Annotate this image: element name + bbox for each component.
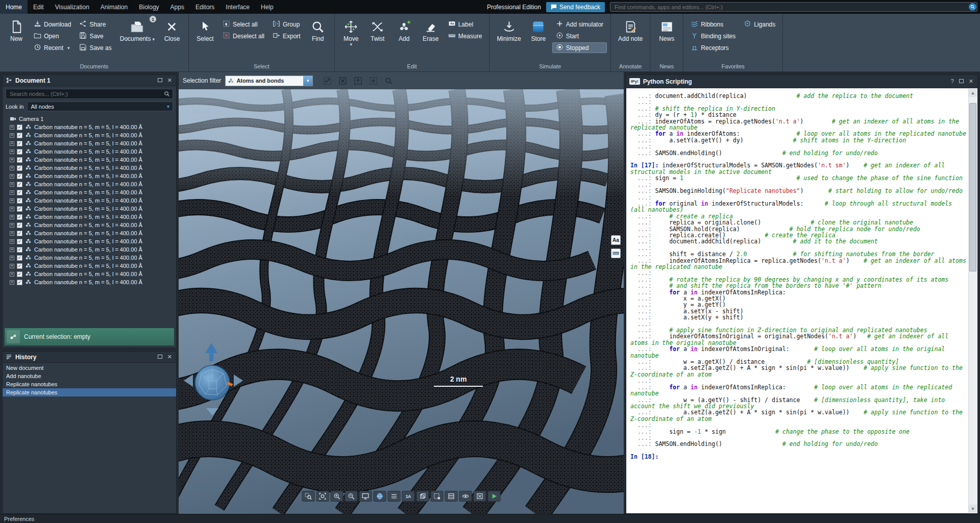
add-simulator-button[interactable]: Add simulator xyxy=(552,19,607,30)
scrollbar-thumb[interactable] xyxy=(969,103,976,271)
undock-icon[interactable] xyxy=(958,79,965,84)
twist-button[interactable]: Twist xyxy=(365,15,390,63)
start-button[interactable]: Start xyxy=(552,31,607,41)
expand-icon[interactable]: + xyxy=(10,272,14,277)
menu-item-apps[interactable]: Apps xyxy=(165,0,190,14)
expand-icon[interactable]: + xyxy=(10,231,14,236)
play-animation-button[interactable] xyxy=(488,491,501,502)
menu-item-animation[interactable]: Animation xyxy=(95,0,133,14)
ribbons-button[interactable]: Ribbons xyxy=(687,19,739,30)
ligands-button[interactable]: Ligands xyxy=(740,19,779,30)
tree-item[interactable]: +✓Carbon nanotube n = 5, m = 5, l = 400.… xyxy=(3,156,176,164)
expand-icon[interactable]: + xyxy=(10,133,14,138)
close-icon[interactable]: ✕ xyxy=(166,354,173,360)
help-icon[interactable]: ? xyxy=(950,79,955,84)
visibility-checkbox[interactable]: ✓ xyxy=(17,255,22,261)
label-quick-button[interactable]: Aa xyxy=(611,235,621,245)
visibility-checkbox[interactable]: ✓ xyxy=(17,263,22,269)
select-all-button[interactable]: Select all xyxy=(219,19,268,30)
tree-item[interactable]: +✓Carbon nanotube n = 5, m = 5, l = 400.… xyxy=(3,123,176,131)
command-search-input[interactable] xyxy=(610,2,977,12)
look-in-dropdown[interactable]: All nodes ▾ xyxy=(27,102,173,111)
zoom-fit-button[interactable] xyxy=(316,491,329,502)
menu-item-home[interactable]: Home xyxy=(0,0,28,14)
deselect-all-button[interactable]: Deselect all xyxy=(219,31,268,41)
selection-filter-dropdown[interactable]: Atoms and bonds ▾ xyxy=(225,76,313,86)
zoom-region-button[interactable] xyxy=(302,491,315,502)
visibility-checkbox[interactable]: ✓ xyxy=(17,206,22,212)
expand-icon[interactable]: + xyxy=(10,125,14,130)
scroll-up-icon[interactable]: ▲ xyxy=(969,89,977,97)
visibility-checkbox[interactable]: ✓ xyxy=(17,222,22,228)
menu-item-editors[interactable]: Editors xyxy=(190,0,220,14)
one-angstrom-button[interactable]: 1A xyxy=(402,491,415,502)
expand-icon[interactable]: + xyxy=(10,280,14,285)
zoom-selection-button[interactable] xyxy=(382,74,395,87)
navigation-gizmo[interactable] xyxy=(180,342,251,418)
chevron-down-icon[interactable]: ▾ xyxy=(303,76,312,86)
visibility-eye-button[interactable] xyxy=(459,491,472,502)
expand-icon[interactable]: + xyxy=(10,264,14,268)
selection-box-button[interactable] xyxy=(474,491,486,502)
documents-button[interactable]: Documents▾1 xyxy=(116,15,158,63)
label-button[interactable]: AaLabel xyxy=(445,19,486,30)
expand-icon[interactable]: + xyxy=(10,182,14,187)
tree-item[interactable]: +✓Carbon nanotube n = 5, m = 5, l = 400.… xyxy=(3,164,176,172)
visibility-checkbox[interactable]: ✓ xyxy=(17,239,22,244)
visibility-checkbox[interactable]: ✓ xyxy=(17,173,22,179)
binding-sites-button[interactable]: Binding sites xyxy=(687,31,739,41)
tree-item[interactable]: +✓Carbon nanotube n = 5, m = 5, l = 400.… xyxy=(3,196,176,205)
node-tree[interactable]: Camera 1+✓Carbon nanotube n = 5, m = 5, … xyxy=(3,114,176,326)
visibility-checkbox[interactable]: ✓ xyxy=(17,280,22,285)
open-button[interactable]: Open xyxy=(30,31,75,41)
tree-item[interactable]: +✓Carbon nanotube n = 5, m = 5, l = 400.… xyxy=(3,262,176,270)
send-feedback-button[interactable]: Send feedback xyxy=(546,2,605,12)
find-button[interactable]: Find xyxy=(305,15,331,63)
visibility-checkbox[interactable]: ✓ xyxy=(17,141,22,146)
expand-icon[interactable]: + xyxy=(10,190,14,195)
tree-item[interactable]: +✓Carbon nanotube n = 5, m = 5, l = 400.… xyxy=(3,188,176,196)
tree-item[interactable]: +✓Carbon nanotube n = 5, m = 5, l = 400.… xyxy=(3,245,176,254)
menu-item-biology[interactable]: Biology xyxy=(133,0,164,14)
history-item[interactable]: New document xyxy=(3,364,176,372)
slabs-button[interactable] xyxy=(388,491,401,502)
tree-item[interactable]: +✓Carbon nanotube n = 5, m = 5, l = 400.… xyxy=(3,213,176,221)
tree-item[interactable]: +✓Carbon nanotube n = 5, m = 5, l = 400.… xyxy=(3,254,176,262)
tree-item[interactable]: +✓Carbon nanotube n = 5, m = 5, l = 400.… xyxy=(3,131,176,139)
menu-item-visualization[interactable]: Visualization xyxy=(50,0,95,14)
history-list[interactable]: New documentAdd nanotubeReplicate nanotu… xyxy=(3,363,176,513)
preferences-link[interactable]: Preferences xyxy=(4,516,34,522)
close-button[interactable]: Close xyxy=(159,15,185,63)
expand-icon[interactable]: + xyxy=(10,223,14,228)
console-scrollbar[interactable]: ▲ ▼ xyxy=(968,89,977,513)
receptors-button[interactable]: Receptors xyxy=(687,42,739,53)
history-item[interactable]: Replicate nanotubes xyxy=(3,388,176,396)
visibility-checkbox[interactable]: ✓ xyxy=(17,214,22,220)
history-item[interactable]: Add nanotube xyxy=(3,372,176,380)
minimize-button[interactable]: Minimize xyxy=(493,15,524,63)
tree-item[interactable]: +✓Carbon nanotube n = 5, m = 5, l = 400.… xyxy=(3,205,176,213)
visibility-checkbox[interactable]: ✓ xyxy=(17,124,22,130)
store-button[interactable]: Store xyxy=(526,15,551,63)
tree-item[interactable]: +✓Carbon nanotube n = 5, m = 5, l = 400.… xyxy=(3,278,176,286)
tree-item[interactable]: +✓Carbon nanotube n = 5, m = 5, l = 400.… xyxy=(3,180,176,188)
new-button[interactable]: New xyxy=(4,15,29,63)
tree-item[interactable]: +✓Carbon nanotube n = 5, m = 5, l = 400.… xyxy=(3,221,176,229)
export-button[interactable]: Export xyxy=(269,31,304,41)
stopped-button[interactable]: Stopped xyxy=(552,42,607,53)
measure-button[interactable]: Measure xyxy=(445,31,486,41)
expand-icon[interactable]: + xyxy=(10,247,14,252)
node-search-input[interactable] xyxy=(6,89,173,99)
orient-cube-button[interactable] xyxy=(416,491,429,502)
visibility-checkbox[interactable]: ✓ xyxy=(17,182,22,187)
share-button[interactable]: Share xyxy=(76,19,115,30)
raise-selection-button[interactable] xyxy=(352,74,364,87)
visibility-checkbox[interactable]: ✓ xyxy=(17,149,22,155)
visibility-checkbox[interactable]: ✓ xyxy=(17,198,22,204)
menu-item-edit[interactable]: Edit xyxy=(28,0,50,14)
expand-icon[interactable]: + xyxy=(10,166,14,170)
tree-item[interactable]: +✓Carbon nanotube n = 5, m = 5, l = 400.… xyxy=(3,237,176,245)
add-button[interactable]: Add xyxy=(391,15,417,63)
expand-icon[interactable]: + xyxy=(10,256,14,260)
layers-view-button[interactable] xyxy=(445,491,458,502)
